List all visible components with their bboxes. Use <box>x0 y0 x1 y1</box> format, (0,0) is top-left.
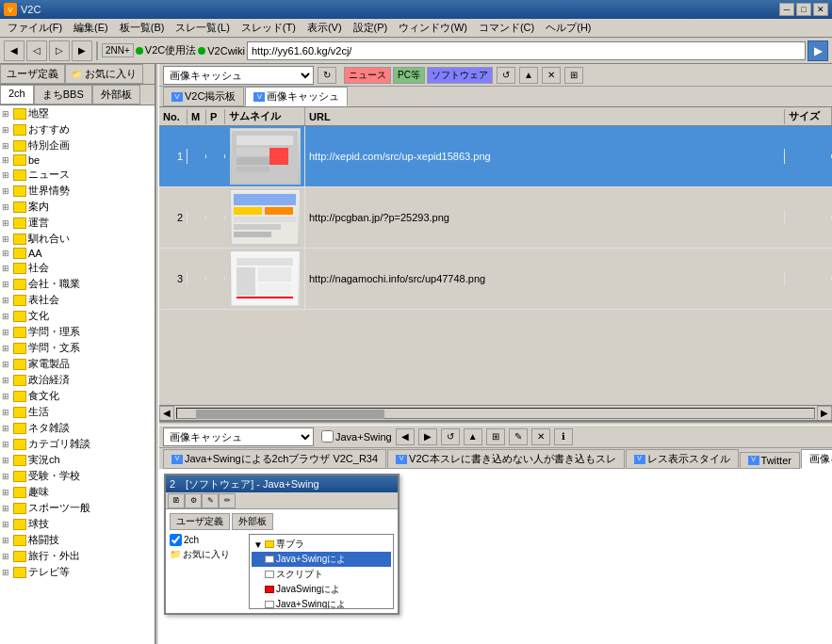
bottom-cache-select[interactable]: 画像キャッシュ <box>163 427 314 446</box>
inner-tree-senbu[interactable]: ▼ 専ブラ <box>252 537 391 552</box>
scroll-left-btn[interactable]: ◀ <box>159 406 174 421</box>
2nn-radio[interactable]: 2NN+ <box>102 43 134 57</box>
inner-checkbox-fav[interactable]: 📁 お気に入り <box>170 548 245 561</box>
menu-settings[interactable]: 設定(P) <box>350 20 392 36</box>
tab-twitter[interactable]: V Twitter <box>740 452 800 469</box>
nav-prev-button[interactable]: ◁ <box>26 40 47 61</box>
table-row[interactable]: 1 <box>159 126 832 187</box>
tree-item-bunka[interactable]: ⊞ 文化 <box>0 308 155 324</box>
inner-menu-btn-4[interactable]: ✏ <box>219 493 236 508</box>
tree-item-chikyu[interactable]: ⊞ 地塁 <box>0 105 155 121</box>
bottom-grid-btn[interactable]: ⊞ <box>486 428 505 445</box>
tree-item-shakai[interactable]: ⊞ 社会 <box>0 260 155 276</box>
tab-machi[interactable]: まちBBS <box>34 85 92 105</box>
scrollbar-track[interactable] <box>176 408 815 419</box>
bottom-next-btn[interactable]: ▶ <box>418 428 437 445</box>
menu-thread-list[interactable]: スレ一覧(L) <box>171 20 233 36</box>
tree-item-news[interactable]: ⊞ ニュース <box>0 167 155 183</box>
close-button[interactable]: ✕ <box>813 3 828 16</box>
v2cwiki-radio[interactable]: V2Cwiki <box>198 45 245 56</box>
tab-favorites[interactable]: 📁 お気に入り <box>65 64 143 84</box>
inner-menu-btn-3[interactable]: ✎ <box>202 493 219 508</box>
inner-checkbox-2ch[interactable]: 2ch <box>170 534 245 546</box>
tree-item-be[interactable]: ⊞ be <box>0 153 155 167</box>
inner-tree-java1[interactable]: Java+Swingによ <box>252 552 391 567</box>
go-button[interactable]: ▶ <box>808 40 828 61</box>
2nn-label[interactable]: 2NN+ <box>102 43 134 57</box>
bottom-stop-btn[interactable]: ✕ <box>531 428 550 445</box>
bottom-prev-btn[interactable]: ◀ <box>396 428 415 445</box>
tree-item-tv[interactable]: ⊞ テレビ等 <box>0 564 155 580</box>
menu-command[interactable]: コマンド(C) <box>475 20 538 36</box>
maximize-button[interactable]: □ <box>796 3 811 16</box>
tree-item-gakumon-ri[interactable]: ⊞ 学問・理系 <box>0 324 155 340</box>
menu-help[interactable]: ヘルプ(H) <box>542 20 595 36</box>
bottom-refresh-btn[interactable]: ↺ <box>441 428 460 445</box>
menu-file[interactable]: ファイル(F) <box>4 20 66 36</box>
news-bookmark[interactable]: ニュース <box>344 67 391 84</box>
tab-user-def[interactable]: ユーザ定義 <box>0 64 65 84</box>
tab-image-cache[interactable]: V 画像キャッシュ <box>245 87 348 106</box>
tree-item-special[interactable]: ⊞ 特別企画 <box>0 137 155 153</box>
pc-bookmark[interactable]: PC等 <box>393 67 425 84</box>
nav-back-button[interactable]: ◀ <box>4 40 24 61</box>
tree-item-sports[interactable]: ⊞ スポーツ一般 <box>0 500 155 516</box>
inner-tree-java3[interactable]: Java+Swingによ <box>252 597 391 609</box>
tree-item-unei[interactable]: ⊞ 運営 <box>0 215 155 231</box>
tab-java-swing[interactable]: V Java+Swingによる2chブラウザ V2C_R34 <box>163 449 386 469</box>
menu-edit[interactable]: 編集(E) <box>70 20 112 36</box>
tree-item-ball[interactable]: ⊞ 球技 <box>0 516 155 532</box>
tab-v2c-bbs[interactable]: V V2C掲示板 <box>163 87 244 106</box>
stop-button[interactable]: ✕ <box>542 67 561 84</box>
tree-item-shoku[interactable]: ⊞ 食文化 <box>0 388 155 404</box>
table-row[interactable]: 2 <box>159 187 832 249</box>
tree-item-aa[interactable]: ⊞ AA <box>0 247 155 260</box>
inner-menu-btn-2[interactable]: ⚙ <box>185 493 202 508</box>
inner-tree-java2[interactable]: JavaSwingによ <box>252 582 391 597</box>
nav-next-button[interactable]: ▷ <box>49 40 70 61</box>
tab-2ch[interactable]: 2ch <box>0 85 34 105</box>
up-button[interactable]: ▲ <box>519 67 538 84</box>
reload-button[interactable]: ↻ <box>318 67 336 84</box>
tree-item-nare[interactable]: ⊞ 馴れ合い <box>0 231 155 247</box>
tree-item-annai[interactable]: ⊞ 案内 <box>0 199 155 215</box>
bottom-edit-btn[interactable]: ✎ <box>509 428 528 445</box>
tree-item-neta[interactable]: ⊞ ネタ雑談 <box>0 420 155 436</box>
checkbox-2ch[interactable] <box>170 534 182 546</box>
v2c-usage-label[interactable]: V2C使用法 <box>145 43 196 57</box>
tree-item-osusume[interactable]: ⊞ おすすめ <box>0 121 155 137</box>
bottom-up-btn[interactable]: ▲ <box>464 428 482 445</box>
inner-tab-user[interactable]: ユーザ定義 <box>170 513 230 530</box>
refresh-button[interactable]: ↺ <box>497 67 515 84</box>
tab-image-cache-bottom[interactable]: 画像キャッシュ <box>801 449 832 469</box>
soft-bookmark[interactable]: ソフトウェア <box>427 67 493 84</box>
menu-window[interactable]: ウィンドウ(W) <box>395 20 471 36</box>
tree-item-seiji[interactable]: ⊞ 政治経済 <box>0 372 155 388</box>
cache-select[interactable]: 画像キャッシュ <box>163 66 314 85</box>
tree-item-travel[interactable]: ⊞ 旅行・外出 <box>0 548 155 564</box>
tree-item-jikkyo[interactable]: ⊞ 実況ch <box>0 452 155 468</box>
tree-item-hobby[interactable]: ⊞ 趣味 <box>0 484 155 500</box>
v2cwiki-label[interactable]: V2Cwiki <box>207 45 245 56</box>
table-row[interactable]: 3 <box>159 249 832 310</box>
nav-forward-button[interactable]: ▶ <box>72 40 92 61</box>
inner-tree-script[interactable]: スクリプト <box>252 567 391 582</box>
tree-item-juken[interactable]: ⊞ 受験・学校 <box>0 468 155 484</box>
horizontal-scrollbar[interactable]: ◀ ▶ <box>159 405 832 420</box>
bottom-info-btn[interactable]: ℹ <box>554 428 573 445</box>
inner-menu-btn-1[interactable]: 🖹 <box>168 493 185 508</box>
tree-item-seikatsu[interactable]: ⊞ 生活 <box>0 404 155 420</box>
scrollbar-thumb[interactable] <box>196 410 384 419</box>
tab-external[interactable]: 外部板 <box>92 85 140 105</box>
menu-board[interactable]: 板一覧(B) <box>116 20 169 36</box>
v2c-usage-radio[interactable]: V2C使用法 <box>136 43 196 57</box>
scroll-right-btn[interactable]: ▶ <box>817 406 832 421</box>
tree-item-kaden[interactable]: ⊞ 家電製品 <box>0 356 155 372</box>
tree-item-fight[interactable]: ⊞ 格闘技 <box>0 532 155 548</box>
tab-style[interactable]: V レス表示スタイル <box>626 449 739 469</box>
menu-thread[interactable]: スレッド(T) <box>237 20 300 36</box>
tree-item-kaisha[interactable]: ⊞ 会社・職業 <box>0 276 155 292</box>
url-input[interactable] <box>247 41 806 60</box>
inner-tab-external[interactable]: 外部板 <box>232 513 273 530</box>
tree-item-gakumon-bun[interactable]: ⊞ 学問・文系 <box>0 340 155 356</box>
